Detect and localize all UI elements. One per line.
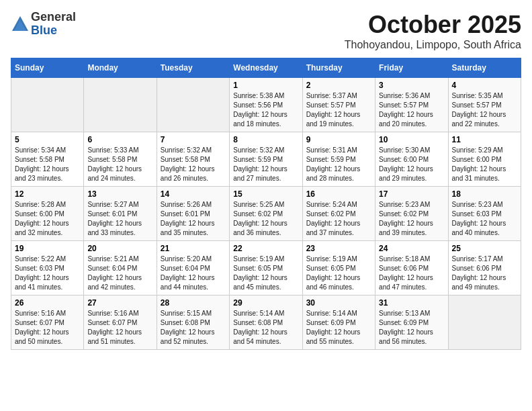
calendar-week-row: 19Sunrise: 5:22 AMSunset: 6:03 PMDayligh… <box>11 241 521 295</box>
day-info: Sunrise: 5:31 AMSunset: 5:59 PMDaylight:… <box>306 146 371 183</box>
logo-general-text: General <box>31 11 76 24</box>
day-info: Sunrise: 5:28 AMSunset: 6:00 PMDaylight:… <box>15 200 80 238</box>
month-title: October 2025 <box>345 11 521 39</box>
day-info: Sunrise: 5:30 AMSunset: 6:00 PMDaylight:… <box>379 146 444 183</box>
calendar-cell: 4Sunrise: 5:35 AMSunset: 5:57 PMDaylight… <box>448 78 521 132</box>
calendar-week-row: 5Sunrise: 5:34 AMSunset: 5:58 PMDaylight… <box>11 132 521 187</box>
day-number: 22 <box>233 244 298 253</box>
day-info: Sunrise: 5:20 AMSunset: 6:04 PMDaylight:… <box>161 255 226 292</box>
col-friday: Friday <box>375 58 448 78</box>
day-info: Sunrise: 5:36 AMSunset: 5:57 PMDaylight:… <box>379 91 444 129</box>
day-info: Sunrise: 5:34 AMSunset: 5:58 PMDaylight:… <box>15 146 80 183</box>
day-info: Sunrise: 5:23 AMSunset: 6:02 PMDaylight:… <box>379 200 444 238</box>
day-number: 25 <box>452 244 517 253</box>
day-info: Sunrise: 5:21 AMSunset: 6:04 PMDaylight:… <box>87 255 152 292</box>
calendar-cell: 28Sunrise: 5:15 AMSunset: 6:08 PMDayligh… <box>157 295 229 350</box>
calendar-cell: 19Sunrise: 5:22 AMSunset: 6:03 PMDayligh… <box>11 241 84 295</box>
calendar-cell: 30Sunrise: 5:14 AMSunset: 6:09 PMDayligh… <box>302 295 375 350</box>
calendar-header-row: Sunday Monday Tuesday Wednesday Thursday… <box>11 58 521 78</box>
day-number: 29 <box>233 298 298 308</box>
col-monday: Monday <box>84 58 157 78</box>
calendar-week-row: 26Sunrise: 5:16 AMSunset: 6:07 PMDayligh… <box>11 295 521 350</box>
day-info: Sunrise: 5:29 AMSunset: 6:00 PMDaylight:… <box>452 146 517 183</box>
day-number: 2 <box>306 81 371 90</box>
day-info: Sunrise: 5:16 AMSunset: 6:07 PMDaylight:… <box>87 309 152 347</box>
day-number: 5 <box>15 135 80 144</box>
calendar-cell: 9Sunrise: 5:31 AMSunset: 5:59 PMDaylight… <box>302 132 375 187</box>
day-info: Sunrise: 5:15 AMSunset: 6:08 PMDaylight:… <box>161 309 226 347</box>
col-wednesday: Wednesday <box>230 58 302 78</box>
day-number: 1 <box>233 81 298 90</box>
day-number: 20 <box>87 244 152 253</box>
day-info: Sunrise: 5:35 AMSunset: 5:57 PMDaylight:… <box>452 91 517 129</box>
day-number: 19 <box>15 244 80 253</box>
day-info: Sunrise: 5:26 AMSunset: 6:01 PMDaylight:… <box>161 200 226 238</box>
day-info: Sunrise: 5:14 AMSunset: 6:09 PMDaylight:… <box>306 309 371 347</box>
calendar-cell: 24Sunrise: 5:18 AMSunset: 6:06 PMDayligh… <box>375 241 448 295</box>
day-number: 14 <box>161 189 226 199</box>
day-info: Sunrise: 5:25 AMSunset: 6:02 PMDaylight:… <box>233 200 298 238</box>
day-number: 16 <box>306 189 371 199</box>
calendar-cell: 23Sunrise: 5:19 AMSunset: 6:05 PMDayligh… <box>302 241 375 295</box>
calendar-cell: 15Sunrise: 5:25 AMSunset: 6:02 PMDayligh… <box>230 187 302 241</box>
calendar-cell: 27Sunrise: 5:16 AMSunset: 6:07 PMDayligh… <box>84 295 157 350</box>
day-number: 12 <box>15 189 80 199</box>
title-area: October 2025 Thohoyandou, Limpopo, South… <box>345 11 521 51</box>
calendar-cell: 31Sunrise: 5:13 AMSunset: 6:09 PMDayligh… <box>375 295 448 350</box>
day-number: 31 <box>379 298 444 308</box>
day-number: 3 <box>379 81 444 90</box>
day-info: Sunrise: 5:38 AMSunset: 5:56 PMDaylight:… <box>233 91 298 129</box>
calendar-cell: 25Sunrise: 5:17 AMSunset: 6:06 PMDayligh… <box>448 241 521 295</box>
day-info: Sunrise: 5:13 AMSunset: 6:09 PMDaylight:… <box>379 309 444 347</box>
logo-blue-text: Blue <box>31 24 76 38</box>
day-number: 11 <box>452 135 517 144</box>
day-info: Sunrise: 5:32 AMSunset: 5:58 PMDaylight:… <box>161 146 226 183</box>
calendar-table: Sunday Monday Tuesday Wednesday Thursday… <box>11 58 521 350</box>
day-number: 21 <box>161 244 226 253</box>
day-number: 10 <box>379 135 444 144</box>
col-thursday: Thursday <box>302 58 375 78</box>
location-subtitle: Thohoyandou, Limpopo, South Africa <box>345 39 521 51</box>
day-info: Sunrise: 5:32 AMSunset: 5:59 PMDaylight:… <box>233 146 298 183</box>
calendar-cell: 7Sunrise: 5:32 AMSunset: 5:58 PMDaylight… <box>157 132 229 187</box>
calendar-cell: 17Sunrise: 5:23 AMSunset: 6:02 PMDayligh… <box>375 187 448 241</box>
day-number: 13 <box>87 189 152 199</box>
calendar-cell: 1Sunrise: 5:38 AMSunset: 5:56 PMDaylight… <box>230 78 302 132</box>
calendar-cell: 5Sunrise: 5:34 AMSunset: 5:58 PMDaylight… <box>11 132 84 187</box>
page-header: General Blue October 2025 Thohoyandou, L… <box>11 11 521 51</box>
calendar-cell <box>157 78 229 132</box>
calendar-week-row: 1Sunrise: 5:38 AMSunset: 5:56 PMDaylight… <box>11 78 521 132</box>
day-number: 27 <box>87 298 152 308</box>
calendar-cell: 21Sunrise: 5:20 AMSunset: 6:04 PMDayligh… <box>157 241 229 295</box>
col-tuesday: Tuesday <box>157 58 229 78</box>
calendar-cell: 3Sunrise: 5:36 AMSunset: 5:57 PMDaylight… <box>375 78 448 132</box>
calendar-cell: 6Sunrise: 5:33 AMSunset: 5:58 PMDaylight… <box>84 132 157 187</box>
calendar-cell: 16Sunrise: 5:24 AMSunset: 6:02 PMDayligh… <box>302 187 375 241</box>
col-sunday: Sunday <box>11 58 84 78</box>
calendar-cell: 13Sunrise: 5:27 AMSunset: 6:01 PMDayligh… <box>84 187 157 241</box>
calendar-cell: 2Sunrise: 5:37 AMSunset: 5:57 PMDaylight… <box>302 78 375 132</box>
calendar-cell: 26Sunrise: 5:16 AMSunset: 6:07 PMDayligh… <box>11 295 84 350</box>
day-info: Sunrise: 5:14 AMSunset: 6:08 PMDaylight:… <box>233 309 298 347</box>
day-number: 26 <box>15 298 80 308</box>
calendar-cell: 14Sunrise: 5:26 AMSunset: 6:01 PMDayligh… <box>157 187 229 241</box>
calendar-cell: 10Sunrise: 5:30 AMSunset: 6:00 PMDayligh… <box>375 132 448 187</box>
day-number: 15 <box>233 189 298 199</box>
logo: General Blue <box>11 11 76 38</box>
day-number: 6 <box>87 135 152 144</box>
calendar-cell <box>11 78 84 132</box>
calendar-cell: 12Sunrise: 5:28 AMSunset: 6:00 PMDayligh… <box>11 187 84 241</box>
day-number: 9 <box>306 135 371 144</box>
day-info: Sunrise: 5:37 AMSunset: 5:57 PMDaylight:… <box>306 91 371 129</box>
day-number: 8 <box>233 135 298 144</box>
day-info: Sunrise: 5:17 AMSunset: 6:06 PMDaylight:… <box>452 255 517 292</box>
day-number: 24 <box>379 244 444 253</box>
logo-icon <box>11 15 30 34</box>
day-number: 23 <box>306 244 371 253</box>
calendar-cell: 22Sunrise: 5:19 AMSunset: 6:05 PMDayligh… <box>230 241 302 295</box>
day-info: Sunrise: 5:23 AMSunset: 6:03 PMDaylight:… <box>452 200 517 238</box>
day-info: Sunrise: 5:16 AMSunset: 6:07 PMDaylight:… <box>15 309 80 347</box>
calendar-cell: 18Sunrise: 5:23 AMSunset: 6:03 PMDayligh… <box>448 187 521 241</box>
day-number: 18 <box>452 189 517 199</box>
day-number: 30 <box>306 298 371 308</box>
